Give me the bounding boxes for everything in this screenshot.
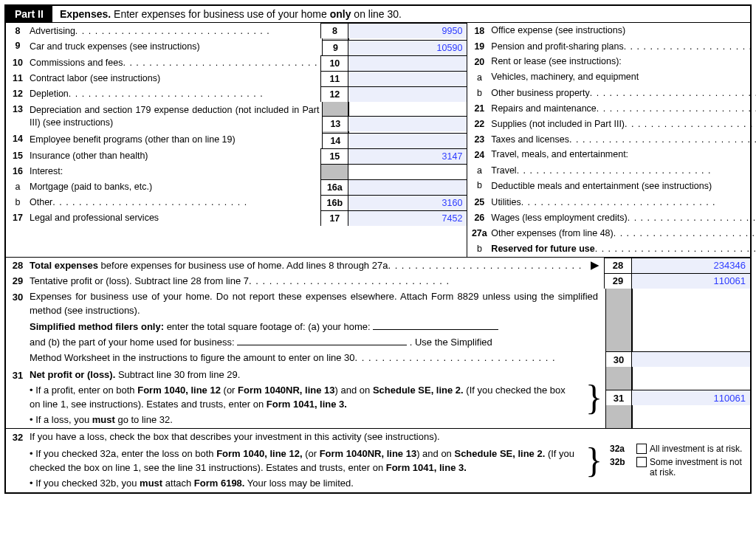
line-32: 32 If you have a loss, check the box tha…: [6, 428, 750, 492]
checkbox-32a-row: 32a All investment is at risk.: [605, 442, 750, 455]
line-21: 21Repairs and maintenance21: [467, 100, 756, 116]
line-23: 23Taxes and licenses232043: [467, 131, 756, 147]
part-header: Part II Expenses. Enter expenses for bus…: [6, 6, 750, 23]
checkbox-32b-row: 32b Some investment is not at risk.: [605, 455, 750, 479]
home-sqft-input[interactable]: [373, 320, 498, 330]
cell-29-value[interactable]: 110061: [632, 273, 750, 289]
line-8: 8Advertising89950: [6, 23, 467, 38]
value-8[interactable]: 9950: [348, 23, 467, 38]
line-20: 20Rent or lease (see instructions):: [467, 54, 756, 69]
line-11: 11Contract labor (see instructions)11: [6, 71, 467, 86]
cell-28-value[interactable]: 234346: [632, 258, 750, 273]
line-12: 12Depletion12: [6, 86, 467, 102]
line-16a: aMortgage (paid to banks, etc.)16a: [6, 179, 467, 195]
value-15[interactable]: 3147: [348, 148, 467, 164]
line-17: 17Legal and professional services177452: [6, 210, 467, 226]
value-10[interactable]: [348, 55, 467, 71]
right-column: 18Office expense (see instructions)18115…: [467, 23, 756, 257]
checkbox-32b[interactable]: [636, 457, 647, 467]
line-25: 25Utilities2514606: [467, 195, 756, 210]
part-badge: Part II: [6, 6, 52, 22]
value-16b[interactable]: 3160: [348, 195, 467, 210]
left-column: 8Advertising899509Car and truck expenses…: [6, 23, 467, 257]
brace-icon: }: [583, 448, 605, 473]
form-schedule-c-part-ii: Part II Expenses. Enter expenses for bus…: [4, 4, 752, 494]
expense-columns: 8Advertising899509Car and truck expenses…: [6, 23, 750, 257]
line-22: 22Supplies (not included in Part III)227…: [467, 116, 756, 131]
line-9: 9Car and truck expenses (see instruction…: [6, 38, 467, 55]
part-title: Expenses. Enter expenses for business us…: [52, 8, 402, 20]
cell-28-num: 28: [604, 258, 632, 273]
line-20b: bOther business property20b15360: [467, 85, 756, 100]
line-26: 26Wages (less employment credits)2613300…: [467, 210, 756, 226]
line-16b: bOther16b3160: [6, 195, 467, 210]
business-sqft-input[interactable]: [237, 336, 407, 345]
line-27b: bReserved for future use27b: [467, 241, 756, 257]
line-15: 15Insurance (other than health)153147: [6, 148, 467, 164]
cell-30-value[interactable]: [632, 351, 750, 367]
line-19: 19Pension and profit-sharing plans19: [467, 38, 756, 54]
checkbox-32a[interactable]: [636, 444, 647, 454]
cell-30-num: 30: [605, 351, 632, 367]
value-13[interactable]: [348, 116, 467, 131]
value-16a[interactable]: [348, 179, 467, 195]
line-28: 28 Total expenses before expenses for bu…: [6, 258, 750, 273]
line-29: 29 Tentative profit or (loss). Subtract …: [6, 273, 750, 289]
line-24: 24Travel, meals, and entertainment:: [467, 147, 756, 162]
value-9[interactable]: 10590: [348, 40, 467, 55]
value-14[interactable]: [348, 133, 467, 148]
cell-31-value[interactable]: 110061: [632, 390, 750, 405]
value-11[interactable]: [348, 71, 467, 86]
line-27a: 27aOther expenses (from line 48)27a14904: [467, 226, 756, 241]
line-20a: aVehicles, machinery, and equipment20a: [467, 69, 756, 85]
value-12[interactable]: [348, 86, 467, 102]
line-31: 31 Net profit or (loss). Subtract line 3…: [6, 367, 750, 428]
line-14: 14Employee benefit programs (other than …: [6, 131, 467, 148]
brace-icon: }: [583, 385, 605, 410]
line-24a: aTravel24a: [467, 162, 756, 178]
line-10: 10Commissions and fees10: [6, 55, 467, 71]
line-30: 30 Expenses for business use of your hom…: [6, 289, 750, 367]
line-18: 18Office expense (see instructions)18115…: [467, 23, 756, 38]
line-24b: bDeductible meals and entertainment (see…: [467, 178, 756, 195]
line-13: 13Depreciation and section 179 expense d…: [6, 102, 467, 131]
cell-31-num: 31: [605, 390, 632, 405]
line-16: 16Interest:: [6, 164, 467, 179]
bottom-section: 28 Total expenses before expenses for bu…: [6, 257, 750, 492]
cell-29-num: 29: [604, 273, 632, 289]
arrow-icon: ▶: [586, 258, 604, 272]
value-17[interactable]: 7452: [348, 210, 467, 226]
